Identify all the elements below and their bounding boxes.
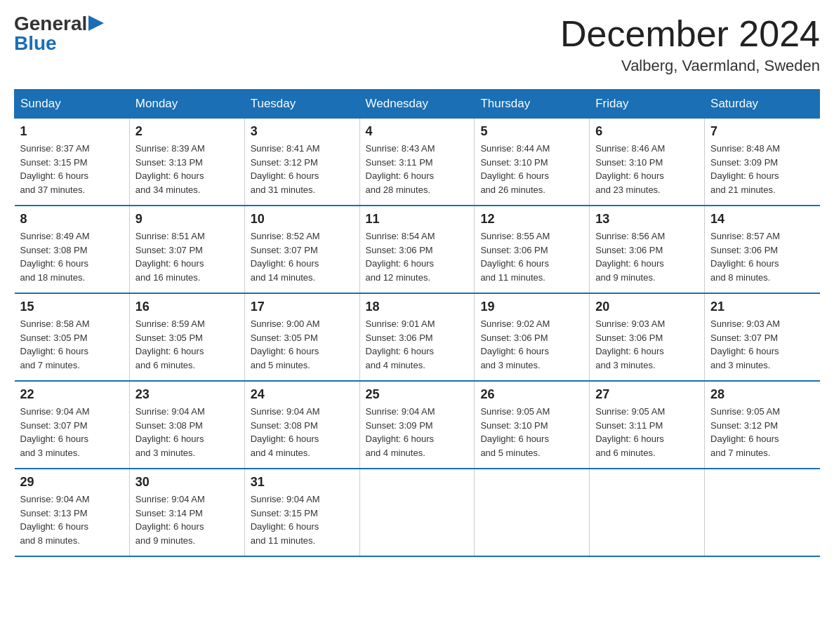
day-number: 27 (595, 387, 699, 402)
table-row: 21Sunrise: 9:03 AMSunset: 3:07 PMDayligh… (705, 293, 820, 381)
day-number: 23 (135, 387, 239, 402)
calendar-header-row: Sunday Monday Tuesday Wednesday Thursday… (15, 90, 820, 119)
day-info: Sunrise: 9:04 AMSunset: 3:08 PMDaylight:… (251, 405, 354, 459)
col-tuesday: Tuesday (244, 90, 359, 119)
day-number: 21 (710, 300, 814, 314)
day-info: Sunrise: 9:04 AMSunset: 3:13 PMDaylight:… (20, 492, 124, 547)
page-header: General Blue December 2024 Valberg, Vaer… (14, 14, 820, 75)
month-title: December 2024 (560, 14, 820, 54)
table-row: 9Sunrise: 8:51 AMSunset: 3:07 PMDaylight… (129, 206, 244, 293)
day-info: Sunrise: 8:37 AMSunset: 3:15 PMDaylight:… (20, 142, 124, 196)
table-row: 18Sunrise: 9:01 AMSunset: 3:06 PMDayligh… (359, 293, 475, 381)
calendar-week-row: 8Sunrise: 8:49 AMSunset: 3:08 PMDaylight… (15, 206, 820, 293)
day-info: Sunrise: 8:51 AMSunset: 3:07 PMDaylight:… (135, 229, 239, 284)
table-row: 8Sunrise: 8:49 AMSunset: 3:08 PMDaylight… (15, 206, 130, 293)
day-info: Sunrise: 8:46 AMSunset: 3:10 PMDaylight:… (595, 142, 699, 196)
logo-general-text: General (14, 14, 87, 34)
day-info: Sunrise: 9:03 AMSunset: 3:06 PMDaylight:… (595, 317, 699, 372)
day-number: 8 (20, 212, 124, 227)
calendar-week-row: 1Sunrise: 8:37 AMSunset: 3:15 PMDaylight… (15, 119, 820, 206)
day-info: Sunrise: 8:52 AMSunset: 3:07 PMDaylight:… (251, 229, 354, 284)
table-row (359, 469, 475, 556)
calendar-week-row: 15Sunrise: 8:58 AMSunset: 3:05 PMDayligh… (15, 293, 820, 381)
table-row: 6Sunrise: 8:46 AMSunset: 3:10 PMDaylight… (590, 119, 705, 206)
table-row: 27Sunrise: 9:05 AMSunset: 3:11 PMDayligh… (590, 381, 705, 469)
day-info: Sunrise: 9:00 AMSunset: 3:05 PMDaylight:… (251, 317, 354, 372)
day-number: 26 (480, 387, 583, 402)
day-info: Sunrise: 9:04 AMSunset: 3:08 PMDaylight:… (135, 405, 239, 459)
table-row: 10Sunrise: 8:52 AMSunset: 3:07 PMDayligh… (244, 206, 359, 293)
table-row: 5Sunrise: 8:44 AMSunset: 3:10 PMDaylight… (475, 119, 590, 206)
table-row: 23Sunrise: 9:04 AMSunset: 3:08 PMDayligh… (129, 381, 244, 469)
table-row: 3Sunrise: 8:41 AMSunset: 3:12 PMDaylight… (244, 119, 359, 206)
day-info: Sunrise: 8:54 AMSunset: 3:06 PMDaylight:… (366, 229, 469, 284)
table-row: 24Sunrise: 9:04 AMSunset: 3:08 PMDayligh… (244, 381, 359, 469)
table-row: 13Sunrise: 8:56 AMSunset: 3:06 PMDayligh… (590, 206, 705, 293)
day-info: Sunrise: 9:04 AMSunset: 3:15 PMDaylight:… (251, 492, 354, 547)
day-info: Sunrise: 9:04 AMSunset: 3:14 PMDaylight:… (135, 492, 239, 547)
table-row: 15Sunrise: 8:58 AMSunset: 3:05 PMDayligh… (15, 293, 130, 381)
table-row: 30Sunrise: 9:04 AMSunset: 3:14 PMDayligh… (129, 469, 244, 556)
table-row: 16Sunrise: 8:59 AMSunset: 3:05 PMDayligh… (129, 293, 244, 381)
day-number: 31 (251, 475, 354, 490)
calendar-week-row: 22Sunrise: 9:04 AMSunset: 3:07 PMDayligh… (15, 381, 820, 469)
table-row: 14Sunrise: 8:57 AMSunset: 3:06 PMDayligh… (705, 206, 820, 293)
table-row: 4Sunrise: 8:43 AMSunset: 3:11 PMDaylight… (359, 119, 475, 206)
table-row: 25Sunrise: 9:04 AMSunset: 3:09 PMDayligh… (359, 381, 475, 469)
svg-marker-0 (88, 15, 104, 31)
day-info: Sunrise: 8:56 AMSunset: 3:06 PMDaylight:… (595, 229, 699, 284)
day-number: 17 (251, 300, 354, 314)
day-number: 22 (20, 387, 124, 402)
day-number: 15 (20, 300, 124, 314)
table-row: 22Sunrise: 9:04 AMSunset: 3:07 PMDayligh… (15, 381, 130, 469)
day-info: Sunrise: 8:39 AMSunset: 3:13 PMDaylight:… (135, 142, 239, 196)
day-number: 7 (710, 124, 814, 139)
day-info: Sunrise: 8:44 AMSunset: 3:10 PMDaylight:… (480, 142, 583, 196)
day-number: 29 (20, 475, 124, 490)
day-info: Sunrise: 9:04 AMSunset: 3:07 PMDaylight:… (20, 405, 124, 459)
col-friday: Friday (590, 90, 705, 119)
table-row: 29Sunrise: 9:04 AMSunset: 3:13 PMDayligh… (15, 469, 130, 556)
day-info: Sunrise: 9:05 AMSunset: 3:12 PMDaylight:… (710, 405, 814, 459)
day-info: Sunrise: 8:57 AMSunset: 3:06 PMDaylight:… (710, 229, 814, 284)
logo-triangle-icon (88, 15, 104, 31)
day-number: 25 (366, 387, 469, 402)
day-info: Sunrise: 8:48 AMSunset: 3:09 PMDaylight:… (710, 142, 814, 196)
col-wednesday: Wednesday (359, 90, 475, 119)
day-number: 18 (366, 300, 469, 314)
table-row: 20Sunrise: 9:03 AMSunset: 3:06 PMDayligh… (590, 293, 705, 381)
day-number: 19 (480, 300, 583, 314)
day-info: Sunrise: 8:58 AMSunset: 3:05 PMDaylight:… (20, 317, 124, 372)
col-thursday: Thursday (475, 90, 590, 119)
col-monday: Monday (129, 90, 244, 119)
table-row: 26Sunrise: 9:05 AMSunset: 3:10 PMDayligh… (475, 381, 590, 469)
day-info: Sunrise: 9:05 AMSunset: 3:10 PMDaylight:… (480, 405, 583, 459)
day-number: 11 (366, 212, 469, 227)
day-number: 14 (710, 212, 814, 227)
calendar-week-row: 29Sunrise: 9:04 AMSunset: 3:13 PMDayligh… (15, 469, 820, 556)
table-row: 7Sunrise: 8:48 AMSunset: 3:09 PMDaylight… (705, 119, 820, 206)
day-number: 6 (595, 124, 699, 139)
table-row: 19Sunrise: 9:02 AMSunset: 3:06 PMDayligh… (475, 293, 590, 381)
day-info: Sunrise: 9:05 AMSunset: 3:11 PMDaylight:… (595, 405, 699, 459)
table-row (705, 469, 820, 556)
day-info: Sunrise: 9:04 AMSunset: 3:09 PMDaylight:… (366, 405, 469, 459)
day-number: 2 (135, 124, 239, 139)
title-block: December 2024 Valberg, Vaermland, Sweden (560, 14, 820, 75)
day-number: 10 (251, 212, 354, 227)
day-info: Sunrise: 8:59 AMSunset: 3:05 PMDaylight:… (135, 317, 239, 372)
table-row: 11Sunrise: 8:54 AMSunset: 3:06 PMDayligh… (359, 206, 475, 293)
day-number: 1 (20, 124, 124, 139)
calendar-table: Sunday Monday Tuesday Wednesday Thursday… (14, 89, 820, 557)
day-number: 28 (710, 387, 814, 402)
table-row: 28Sunrise: 9:05 AMSunset: 3:12 PMDayligh… (705, 381, 820, 469)
day-number: 3 (251, 124, 354, 139)
day-info: Sunrise: 8:43 AMSunset: 3:11 PMDaylight:… (366, 142, 469, 196)
table-row: 17Sunrise: 9:00 AMSunset: 3:05 PMDayligh… (244, 293, 359, 381)
day-number: 20 (595, 300, 699, 314)
day-number: 12 (480, 212, 583, 227)
table-row: 12Sunrise: 8:55 AMSunset: 3:06 PMDayligh… (475, 206, 590, 293)
col-sunday: Sunday (15, 90, 130, 119)
logo: General Blue (14, 14, 104, 53)
day-number: 30 (135, 475, 239, 490)
